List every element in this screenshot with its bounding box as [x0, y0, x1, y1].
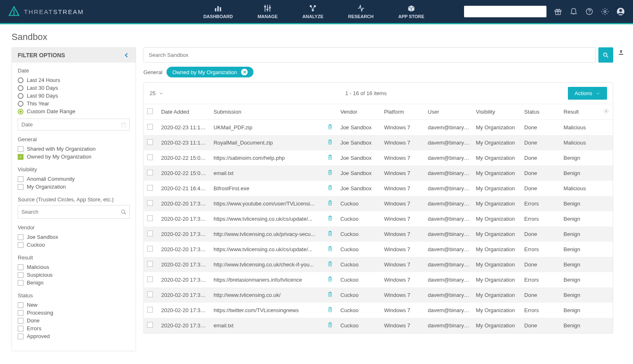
results-table: 25 1 - 16 of 16 items Actions	[143, 82, 613, 334]
col-result[interactable]: Result	[560, 104, 600, 120]
row-checkbox[interactable]	[147, 322, 153, 328]
nav-appstore[interactable]: APP STORE	[386, 1, 436, 22]
row-checkbox[interactable]	[147, 231, 153, 236]
per-page-select[interactable]: 25	[150, 90, 164, 96]
status-checkbox[interactable]: Done	[18, 317, 130, 324]
global-search-input[interactable]	[464, 6, 546, 17]
date-radio[interactable]: Custom Date Range	[18, 107, 130, 115]
cell-vendor: Joe Sandbox	[337, 150, 381, 166]
clipboard-icon[interactable]	[327, 186, 333, 192]
status-checkbox[interactable]: Errors	[18, 324, 130, 332]
clipboard-icon[interactable]	[327, 155, 333, 161]
avatar-icon[interactable]	[617, 7, 625, 16]
cell-date: 2020-02-20 17:30:0	[158, 257, 210, 272]
row-checkbox[interactable]	[147, 200, 153, 206]
row-checkbox[interactable]	[147, 154, 153, 160]
row-checkbox[interactable]	[147, 170, 153, 175]
clipboard-icon[interactable]	[327, 262, 333, 268]
date-radio[interactable]: This Year	[18, 100, 130, 107]
date-radio[interactable]: Last 24 Hours	[18, 76, 130, 84]
vendor-checkbox[interactable]: Joe Sandbox	[18, 233, 130, 241]
nav-manage[interactable]: MANAGE	[245, 1, 290, 22]
nav-research[interactable]: RESEARCH	[336, 1, 386, 22]
clipboard-icon[interactable]	[327, 125, 333, 131]
col-visibility[interactable]: Visibility	[473, 104, 521, 120]
gift-icon[interactable]	[554, 7, 562, 16]
col-submission[interactable]: Submission	[210, 104, 324, 120]
brand-logo[interactable]: THREATSTREAM	[8, 6, 84, 17]
visibility-checkbox[interactable]: My Organization	[18, 183, 130, 191]
col-user[interactable]: User	[424, 104, 473, 120]
cell-submission: https://www.youtube.com/user/TVLicensi..…	[210, 196, 324, 211]
row-checkbox[interactable]	[147, 292, 153, 297]
help-icon[interactable]	[585, 7, 593, 16]
table-row[interactable]: 2020-02-23 11:18:4 UKMail_PDF.zip Joe Sa…	[144, 120, 613, 135]
table-row[interactable]: 2020-02-20 17:30:0 http://www.tvlicensin…	[144, 287, 613, 303]
gear-icon[interactable]	[601, 7, 609, 16]
nav-dashboard[interactable]: DASHBOARD	[191, 1, 245, 22]
general-checkbox[interactable]: Shared with My Organization	[18, 145, 130, 153]
date-radio[interactable]: Last 90 Days	[18, 92, 130, 100]
table-row[interactable]: 2020-02-21 16:40:2 BifrostFirst.exe Joe …	[144, 181, 613, 196]
result-checkbox[interactable]: Malicious	[18, 263, 130, 271]
table-row[interactable]: 2020-02-20 17:30:0 http://www.tvlicensin…	[144, 226, 613, 242]
result-checkbox[interactable]: Benign	[18, 279, 130, 287]
row-checkbox[interactable]	[147, 246, 153, 252]
table-row[interactable]: 2020-02-20 17:30:0 https://bretasionmane…	[144, 272, 613, 287]
col-date[interactable]: Date Added	[158, 104, 210, 120]
general-checkbox[interactable]: Owned by My Organization	[18, 153, 130, 161]
search-input[interactable]	[143, 47, 596, 63]
table-row[interactable]: 2020-02-20 17:30:0 https://www.tvlicensi…	[144, 242, 613, 257]
bell-icon[interactable]	[570, 7, 578, 16]
row-checkbox[interactable]	[147, 261, 153, 267]
clipboard-icon[interactable]	[327, 216, 333, 222]
table-row[interactable]: 2020-02-20 17:30:0 https://www.youtube.c…	[144, 196, 613, 211]
row-checkbox[interactable]	[147, 276, 153, 282]
cell-user: davem@binaryt...	[424, 242, 473, 257]
source-search-input[interactable]	[18, 205, 130, 219]
table-row[interactable]: 2020-02-20 17:30:0 https://twitter.com/T…	[144, 303, 613, 318]
clipboard-icon[interactable]	[327, 140, 333, 146]
clipboard-icon[interactable]	[327, 170, 333, 177]
row-checkbox[interactable]	[147, 139, 153, 145]
status-checkbox[interactable]: Approved	[18, 332, 130, 340]
col-vendor[interactable]: Vendor	[337, 104, 381, 120]
actions-button[interactable]: Actions	[568, 87, 607, 100]
filter-sidebar: FILTER OPTIONS Date Last 24 HoursLast 30…	[12, 47, 136, 351]
date-radio[interactable]: Last 30 Days	[18, 84, 130, 92]
clipboard-icon[interactable]	[327, 308, 333, 314]
row-checkbox[interactable]	[147, 307, 153, 313]
collapse-icon[interactable]	[123, 52, 130, 58]
row-checkbox[interactable]	[147, 124, 153, 130]
table-row[interactable]: 2020-02-20 17:30:0 https://www.tvlicensi…	[144, 211, 613, 226]
select-all-checkbox[interactable]	[147, 108, 153, 114]
row-checkbox[interactable]	[147, 185, 153, 191]
table-row[interactable]: 2020-02-20 17:30:0 email.txt Cuckoo Wind…	[144, 318, 613, 333]
table-row[interactable]: 2020-02-20 17:30:0 http://www.tvlicensin…	[144, 257, 613, 272]
gear-icon[interactable]	[603, 108, 609, 114]
search-button[interactable]	[598, 47, 613, 63]
upload-icon[interactable]	[618, 49, 624, 56]
clipboard-icon[interactable]	[327, 277, 333, 283]
clipboard-icon[interactable]	[327, 247, 333, 253]
table-row[interactable]: 2020-02-22 15:01:0 https://sabinoim.com/…	[144, 150, 613, 166]
status-checkbox[interactable]: New	[18, 301, 130, 309]
table-row[interactable]: 2020-02-23 11:16:4 RoyalMail_Document.zi…	[144, 135, 613, 150]
row-checkbox[interactable]	[147, 215, 153, 221]
visibility-checkbox[interactable]: Anomali Community	[18, 175, 130, 183]
col-status[interactable]: Status	[521, 104, 560, 120]
clipboard-icon[interactable]	[327, 201, 333, 207]
col-platform[interactable]: Platform	[381, 104, 424, 120]
cell-vendor: Joe Sandbox	[337, 120, 381, 135]
clipboard-icon[interactable]	[327, 231, 333, 238]
chip-close-icon[interactable]: ✕	[241, 69, 248, 75]
date-input[interactable]	[18, 119, 130, 131]
nav-analyze[interactable]: ANALYZE	[290, 1, 336, 22]
table-row[interactable]: 2020-02-22 15:01:0 email.txt Joe Sandbox…	[144, 166, 613, 181]
result-checkbox[interactable]: Suspicious	[18, 271, 130, 279]
clipboard-icon[interactable]	[327, 292, 333, 299]
cell-date: 2020-02-20 17:30:0	[158, 196, 210, 211]
clipboard-icon[interactable]	[327, 323, 333, 329]
vendor-checkbox[interactable]: Cuckoo	[18, 241, 130, 249]
status-checkbox[interactable]: Processing	[18, 309, 130, 317]
